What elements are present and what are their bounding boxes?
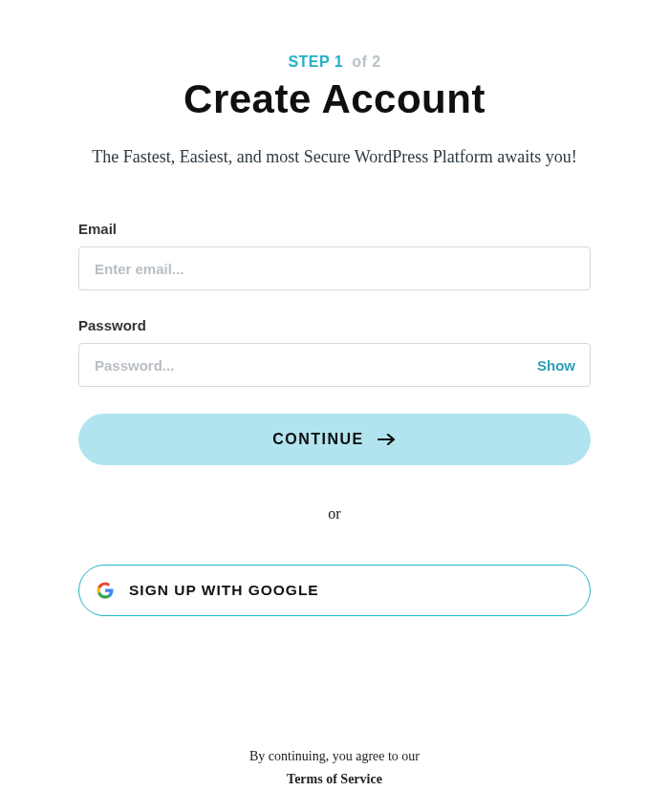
password-input-wrap: Show bbox=[78, 343, 591, 387]
signup-page: STEP 1 of 2 Create Account The Fastest, … bbox=[0, 0, 669, 812]
or-separator: or bbox=[78, 505, 591, 523]
password-field[interactable] bbox=[78, 343, 591, 387]
show-password-toggle[interactable]: Show bbox=[537, 357, 575, 374]
email-field[interactable] bbox=[78, 246, 591, 290]
step-total: of 2 bbox=[352, 53, 380, 70]
google-signup-label: SIGN UP WITH GOOGLE bbox=[129, 582, 319, 599]
step-indicator: STEP 1 of 2 bbox=[288, 53, 380, 71]
legal-text: By continuing, you agree to our bbox=[249, 749, 420, 763]
step-current: STEP 1 bbox=[288, 53, 343, 70]
legal-footer: By continuing, you agree to our Terms of… bbox=[0, 749, 669, 787]
google-signup-button[interactable]: SIGN UP WITH GOOGLE bbox=[78, 565, 591, 616]
password-label: Password bbox=[78, 317, 591, 333]
email-input-wrap bbox=[78, 246, 591, 290]
email-label: Email bbox=[78, 221, 591, 237]
terms-of-service-link[interactable]: Terms of Service bbox=[0, 772, 669, 787]
page-title: Create Account bbox=[183, 76, 486, 122]
continue-button[interactable]: CONTINUE bbox=[78, 414, 591, 465]
continue-label: CONTINUE bbox=[272, 431, 364, 448]
google-icon bbox=[97, 582, 114, 599]
arrow-right-icon bbox=[378, 434, 397, 445]
signup-form: Email Password Show CONTINUE bbox=[78, 221, 591, 465]
page-subtitle: The Fastest, Easiest, and most Secure Wo… bbox=[92, 147, 577, 167]
